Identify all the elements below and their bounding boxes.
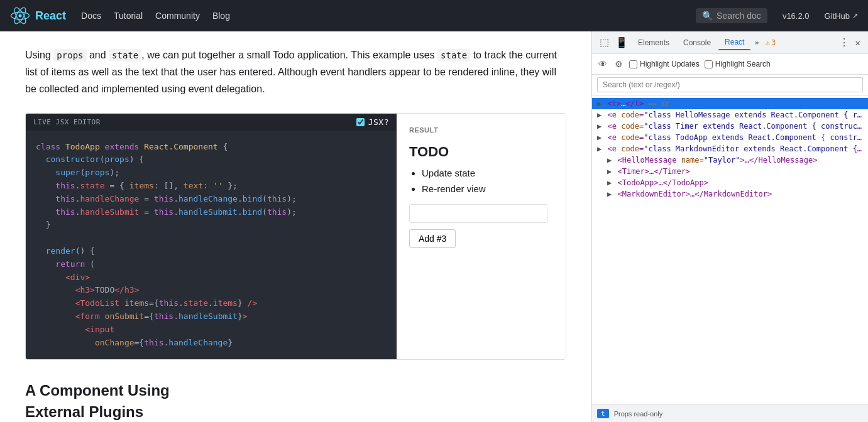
heading-line1: A Component Using [25, 382, 170, 399]
devtools-search-bar [592, 75, 868, 95]
nav-link-docs[interactable]: Docs [81, 11, 101, 21]
tree-node-todoapp[interactable]: ▶ <TodoApp>…</TodoApp> [592, 177, 868, 188]
device-icon: 📱 [615, 37, 628, 48]
svg-point-0 [18, 14, 21, 17]
tree-node-markdown-editor[interactable]: ▶ <MarkdownEditor>…</MarkdownEditor> [592, 188, 868, 200]
intro-paragraph: Using props and state, we can put togeth… [25, 46, 566, 98]
nav-link-community[interactable]: Community [155, 11, 200, 21]
devtools-menu-btn[interactable]: ⋮ [837, 34, 852, 51]
logo[interactable]: React [10, 6, 66, 26]
tree-node-e-timer[interactable]: ▶ <e code="class Timer extends React.Com… [592, 121, 868, 132]
version-badge: v16.2.0 [783, 11, 810, 21]
state-code2: state [437, 49, 470, 62]
editor-result-row: LIVE JSX EDITOR JSX? class TodoApp exten… [25, 113, 566, 360]
code-block: class TodoApp extends React.Component { … [36, 141, 387, 350]
editor-header-label: LIVE JSX EDITOR [33, 118, 101, 126]
devtools-tabs: ⬚ 📱 Elements Console React » ⚠ 3 ⋮ ✕ [592, 31, 868, 54]
highlight-search-label[interactable]: Highlight Search [705, 60, 771, 68]
gear-icon: ⚙ [615, 59, 623, 69]
tree-node-e-hello[interactable]: ▶ <e code="class HelloMessage extends Re… [592, 109, 868, 121]
todo-title: TODO [409, 144, 553, 160]
highlight-updates-text: Highlight Updates [640, 60, 700, 68]
tree-toggle: ▶ [597, 133, 602, 142]
devtools-panel: ⬚ 📱 Elements Console React » ⚠ 3 ⋮ ✕ 👁 ⚙ [591, 31, 868, 422]
add-button[interactable]: Add #3 [409, 229, 456, 248]
tab-console[interactable]: Console [677, 36, 717, 50]
alert-count: 3 [771, 38, 776, 47]
devtools-bottom-bar: t Props read-only [592, 404, 868, 422]
eye-icon: 👁 [598, 59, 607, 69]
result-panel: RESULT TODO Update state Re-render view … [397, 114, 566, 360]
devtools-element-tree: ▶ <t>…</t> == $r ▶ <e code="class HelloM… [592, 95, 868, 404]
props-label: Props read-only [614, 410, 663, 418]
more-tabs-btn[interactable]: » [752, 36, 761, 50]
tree-toggle: ▶ [597, 144, 602, 153]
top-navigation: React Docs Tutorial Community Blog 🔍 Sea… [0, 0, 868, 31]
highlight-updates-label[interactable]: Highlight Updates [629, 60, 700, 68]
jsx-editor-panel: LIVE JSX EDITOR JSX? class TodoApp exten… [26, 114, 397, 360]
jsx-label: JSX? [368, 117, 389, 127]
props-code: props [53, 49, 86, 62]
tree-toggle: ▶ [607, 156, 612, 165]
devtools-toolbar: 👁 ⚙ Highlight Updates Highlight Search [592, 54, 868, 75]
device-icon-btn[interactable]: 📱 [613, 34, 630, 51]
devtools-close-btn[interactable]: ✕ [853, 35, 863, 50]
warning-icon: ⚠ [766, 38, 770, 47]
section-heading: A Component Using External Plugins [25, 380, 566, 422]
github-link[interactable]: GitHub ↗ [825, 11, 858, 21]
tree-toggle: ▶ [607, 178, 612, 187]
inspect-icon-btn[interactable]: ⬚ [597, 34, 612, 51]
inspect-icon: ⬚ [600, 37, 609, 48]
content-area: Using props and state, we can put togeth… [0, 31, 591, 422]
state-code: state [109, 49, 141, 62]
tab-elements[interactable]: Elements [632, 36, 676, 50]
todo-input[interactable] [409, 204, 547, 223]
settings-icon-btn[interactable]: ⚙ [613, 58, 624, 70]
editor-header: LIVE JSX EDITOR JSX? [26, 114, 397, 131]
eye-icon-btn[interactable]: 👁 [597, 58, 608, 70]
search-icon: 🔍 [702, 11, 713, 21]
tree-toggle: ▶ [597, 99, 602, 108]
todo-list: Update state Re-render view [409, 168, 553, 194]
highlight-search-checkbox[interactable] [705, 60, 713, 68]
external-link-icon: ↗ [852, 12, 858, 20]
tree-node-t[interactable]: ▶ <t>…</t> == $r [592, 98, 868, 109]
main-layout: Using props and state, we can put togeth… [0, 31, 868, 422]
tree-toggle: ▶ [607, 167, 612, 176]
tree-node-e-todo[interactable]: ▶ <e code="class TodoApp extends React.C… [592, 132, 868, 143]
github-text: GitHub [825, 11, 850, 21]
tab-react[interactable]: React [718, 35, 750, 50]
alert-badge: ⚠ 3 [766, 38, 776, 47]
tree-node-hello-message[interactable]: ▶ <HelloMessage name="Taylor">…</HelloMe… [592, 154, 868, 166]
jsx-toggle[interactable]: JSX? [356, 117, 389, 127]
nav-link-tutorial[interactable]: Tutorial [114, 11, 143, 21]
list-item: Update state [422, 168, 553, 178]
selected-tag-badge: t [597, 409, 609, 418]
logo-text: React [35, 9, 66, 23]
tree-node-timer[interactable]: ▶ <Timer>…</Timer> [592, 166, 868, 177]
result-header: RESULT [409, 126, 553, 134]
devtools-search-input[interactable] [597, 77, 863, 92]
tree-toggle: ▶ [597, 111, 602, 119]
heading-line2: External Plugins [25, 403, 143, 420]
tree-toggle: ▶ [597, 122, 602, 131]
nav-links: Docs Tutorial Community Blog [81, 11, 230, 21]
search-bar[interactable]: 🔍 Search doc [696, 8, 767, 23]
list-item: Re-render view [422, 183, 553, 194]
highlight-updates-checkbox[interactable] [629, 60, 637, 68]
search-placeholder-text: Search doc [717, 11, 761, 21]
editor-code: class TodoApp extends React.Component { … [26, 131, 397, 360]
highlight-search-text: Highlight Search [715, 60, 771, 68]
jsx-checkbox[interactable] [356, 118, 365, 126]
tree-node-e-markdown[interactable]: ▶ <e code="class MarkdownEditor extends … [592, 143, 868, 154]
tree-toggle: ▶ [607, 190, 612, 198]
nav-link-blog[interactable]: Blog [212, 11, 230, 21]
react-logo-icon [10, 6, 30, 26]
